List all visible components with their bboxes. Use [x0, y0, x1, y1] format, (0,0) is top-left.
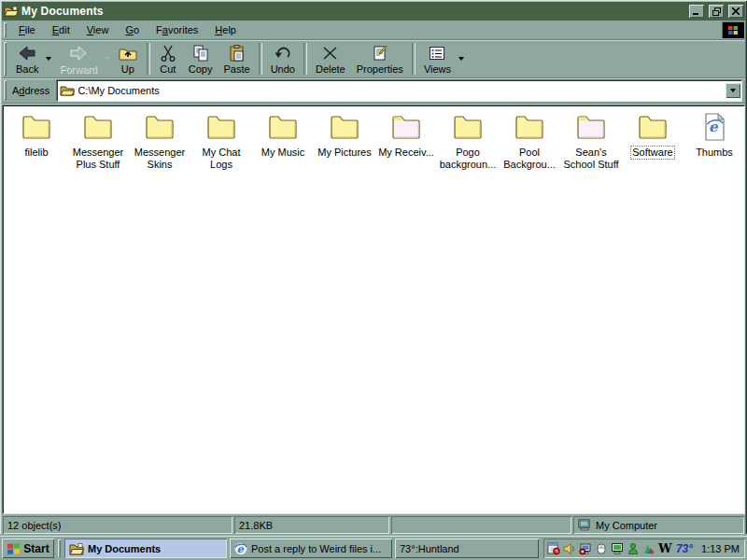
mouse-icon[interactable]	[595, 541, 609, 555]
graphics-utility-icon[interactable]	[642, 541, 656, 555]
my-computer-icon	[578, 519, 592, 531]
chevron-down-icon	[730, 89, 736, 92]
properties-icon	[371, 44, 389, 63]
windows-logo-throbber	[722, 21, 744, 38]
status-bar: 12 object(s) 21.8KB My Computer	[2, 514, 745, 534]
forward-button[interactable]: Forward	[53, 41, 102, 77]
address-folder-icon	[60, 84, 75, 97]
file-item-my-music[interactable]: My Music	[252, 112, 314, 160]
undo-button[interactable]: Undo	[265, 41, 301, 77]
menu-bar: File Edit View Go Favorites Help	[2, 21, 745, 40]
file-item-software[interactable]: Software	[622, 112, 684, 160]
folder-icon	[268, 112, 298, 142]
html-file-icon: e	[699, 112, 729, 142]
undo-arrow-icon	[274, 44, 292, 63]
file-item-my-received-files[interactable]: My Receiv...	[375, 112, 437, 160]
forward-icon	[69, 44, 88, 63]
file-item-messenger-skins[interactable]: Messenger Skins	[129, 112, 190, 172]
display-icon[interactable]	[611, 541, 625, 555]
toolbar-separator	[259, 43, 262, 75]
toolbar: Back Forward Up	[2, 40, 745, 78]
address-label: Address	[12, 85, 49, 96]
minimize-button[interactable]	[689, 5, 704, 18]
file-item-my-chat-logs[interactable]: My Chat Logs	[190, 112, 252, 172]
volume-icon[interactable]	[563, 541, 577, 555]
messenger-buddy-icon[interactable]	[627, 541, 641, 555]
folder-icon	[514, 112, 544, 142]
task-button-huntland-weather[interactable]: 73°:Huntland	[395, 539, 539, 558]
delete-button[interactable]: Delete	[310, 41, 351, 77]
status-object-count: 12 object(s)	[3, 516, 233, 534]
chevron-down-icon	[105, 57, 110, 61]
copy-button[interactable]: Copy	[183, 41, 218, 77]
maximize-button[interactable]	[709, 5, 724, 18]
folder-icon	[576, 112, 606, 142]
file-list: filelib Messenger Plus Stuff Messenger S…	[2, 105, 745, 514]
menu-item-go[interactable]: Go	[117, 21, 148, 39]
folder-icon	[453, 112, 483, 142]
file-item-my-pictures[interactable]: My Pictures	[314, 112, 375, 160]
file-item-pool-backgrounds[interactable]: Pool Backgrou...	[499, 112, 560, 172]
folder-icon	[391, 112, 421, 142]
folder-icon	[206, 112, 236, 142]
folder-icon	[83, 112, 113, 142]
address-input[interactable]	[78, 84, 723, 97]
menu-item-edit[interactable]: Edit	[44, 21, 78, 39]
paste-button[interactable]: Paste	[218, 41, 256, 77]
taskbar-grip[interactable]	[58, 539, 61, 557]
back-button[interactable]: Back	[10, 41, 44, 77]
back-dropdown[interactable]	[44, 42, 53, 76]
internet-explorer-icon: e	[234, 542, 247, 555]
cut-button[interactable]: Cut	[153, 41, 183, 77]
toolbar-separator	[303, 43, 307, 75]
menu-item-favorites[interactable]: Favorites	[148, 21, 206, 39]
tray-temperature: 73°	[676, 542, 693, 555]
delete-x-icon	[321, 44, 340, 63]
address-dropdown-button[interactable]	[726, 83, 740, 98]
back-icon	[18, 44, 36, 63]
views-button[interactable]: Views	[418, 41, 457, 77]
up-button[interactable]: Up	[112, 41, 144, 77]
close-button[interactable]	[728, 5, 743, 18]
window-title: My Documents	[21, 5, 684, 18]
folder-icon	[638, 112, 668, 142]
windows-flag-icon	[7, 542, 21, 554]
chevron-down-icon	[46, 57, 51, 61]
scissors-icon	[159, 44, 177, 63]
toolbar-drag-handle[interactable]	[4, 42, 7, 76]
task-button-post-a-reply[interactable]: e Post a reply to Weird files i...	[230, 539, 392, 558]
status-zone: My Computer	[573, 516, 744, 534]
taskbar: Start My Documents e Post a reply to Wei…	[0, 536, 747, 560]
address-drag-handle[interactable]	[4, 80, 7, 100]
task-scheduler-icon[interactable]	[547, 541, 561, 555]
toolbar-separator	[412, 43, 416, 75]
file-item-seans-school-stuff[interactable]: Sean's School Stuff	[560, 112, 622, 172]
forward-dropdown[interactable]	[103, 42, 112, 76]
views-dropdown[interactable]	[457, 42, 466, 76]
task-button-my-documents[interactable]: My Documents	[64, 539, 227, 558]
tray-clock[interactable]: 1:13 PM	[701, 543, 740, 554]
start-button[interactable]: Start	[2, 539, 54, 558]
media-player-icon[interactable]	[579, 541, 593, 555]
file-item-filelib[interactable]: filelib	[6, 112, 67, 160]
title-bar[interactable]: My Documents	[2, 2, 745, 21]
system-tray: W 73° 1:13 PM	[543, 539, 745, 558]
clipboard-icon	[228, 44, 247, 63]
copy-pages-icon	[191, 44, 210, 63]
weatherbug-icon[interactable]: W	[658, 541, 672, 555]
status-spacer	[391, 516, 571, 534]
restore-icon	[712, 7, 721, 16]
status-size: 21.8KB	[234, 516, 389, 534]
start-label: Start	[23, 542, 49, 555]
file-item-messenger-plus-stuff[interactable]: Messenger Plus Stuff	[67, 112, 129, 172]
folder-icon	[21, 112, 51, 142]
menu-item-help[interactable]: Help	[206, 21, 245, 39]
menu-drag-handle[interactable]	[4, 22, 7, 37]
properties-button[interactable]: Properties	[351, 41, 409, 77]
menu-item-file[interactable]: File	[10, 21, 44, 39]
folder-icon	[145, 112, 175, 142]
file-item-pogo-backgrounds[interactable]: Pogo backgroun...	[437, 112, 499, 172]
open-folder-icon	[69, 542, 84, 555]
file-item-thumbs[interactable]: e Thumbs	[684, 112, 745, 160]
menu-item-view[interactable]: View	[78, 21, 118, 39]
